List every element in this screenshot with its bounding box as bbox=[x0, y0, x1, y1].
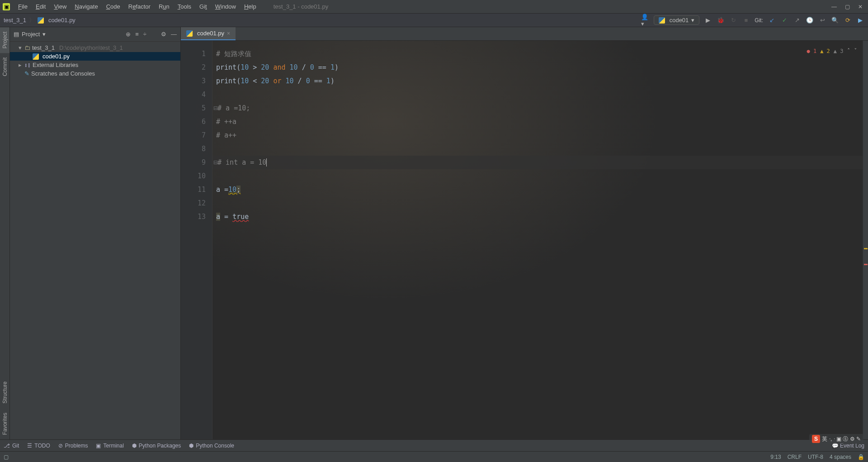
chevron-up-icon[interactable]: ˆ bbox=[847, 44, 850, 58]
inspection-widget[interactable]: ● 1 ▲ 2 ▲ 3 ˆ ˇ bbox=[807, 44, 857, 58]
code-line[interactable]: a = true bbox=[212, 210, 863, 224]
tool-window-quick-icon[interactable]: ▢ bbox=[4, 454, 9, 460]
menu-edit[interactable]: Edit bbox=[32, 1, 49, 12]
tool-tab-structure[interactable]: Structure bbox=[0, 377, 9, 408]
tree-row[interactable]: ▸⫾⫿External Libraries bbox=[10, 61, 180, 69]
bottom-tool-problems[interactable]: ⊘Problems bbox=[58, 443, 88, 449]
code-line[interactable]: # a++ bbox=[212, 129, 863, 142]
coverage-icon[interactable]: ↻ bbox=[729, 16, 737, 24]
tree-row[interactable]: ✎Scratches and Consoles bbox=[10, 69, 180, 78]
project-tree[interactable]: ▾🗀test_3_1D:\code\python\test_3_1code01.… bbox=[10, 42, 180, 80]
error-indicator[interactable]: ● 1 bbox=[807, 44, 816, 58]
bottom-tool-todo[interactable]: ☰TODO bbox=[27, 443, 50, 449]
git-update-icon[interactable]: ↙ bbox=[768, 16, 776, 24]
code-line[interactable] bbox=[212, 169, 863, 183]
code-line[interactable] bbox=[212, 142, 863, 156]
caret-position[interactable]: 9:13 bbox=[770, 454, 781, 460]
tree-chevron[interactable]: ▸ bbox=[17, 62, 23, 68]
git-commit-icon[interactable]: ✓ bbox=[780, 16, 788, 24]
editor-tab[interactable]: code01.py × bbox=[181, 27, 236, 40]
tool-tab-commit[interactable]: Commit bbox=[0, 53, 9, 81]
editor-stripe[interactable] bbox=[863, 41, 868, 439]
menu-run[interactable]: Run bbox=[155, 1, 173, 12]
git-push-icon[interactable]: ↗ bbox=[793, 16, 801, 24]
fold-icon[interactable]: ⊟ bbox=[213, 104, 217, 112]
add-user-icon[interactable]: 👤▾ bbox=[641, 16, 649, 24]
close-tab-icon[interactable]: × bbox=[227, 30, 230, 37]
locate-icon[interactable]: ⊕ bbox=[126, 31, 131, 38]
error-mark[interactable] bbox=[864, 264, 868, 265]
line-separator[interactable]: CRLF bbox=[788, 454, 802, 460]
tree-chevron[interactable]: ▾ bbox=[17, 44, 23, 51]
indent-setting[interactable]: 4 spaces bbox=[830, 454, 851, 460]
bottom-tool-git[interactable]: ⎇Git bbox=[4, 443, 19, 449]
tree-label: test_3_1 bbox=[32, 44, 55, 51]
code-line[interactable]: ⊟# int a = 10 bbox=[212, 156, 863, 169]
tree-row[interactable]: ▾🗀test_3_1D:\code\python\test_3_1 bbox=[10, 43, 180, 52]
project-view-icon: ▤ bbox=[14, 31, 19, 38]
python-file-icon bbox=[659, 17, 665, 24]
menu-navigate[interactable]: Navigate bbox=[71, 1, 101, 12]
code-line[interactable] bbox=[212, 88, 863, 101]
maximize-icon[interactable]: ▢ bbox=[845, 4, 850, 10]
close-icon[interactable]: ✕ bbox=[858, 4, 863, 10]
status-bar: ▢ 9:13 CRLF UTF-8 4 spaces 🔒 bbox=[0, 451, 868, 462]
run-config-select[interactable]: code01 ▾ bbox=[654, 15, 700, 25]
chevron-down-icon[interactable]: ▾ bbox=[42, 31, 46, 38]
gear-icon[interactable]: ⚙ bbox=[161, 31, 166, 38]
tool-tab-project[interactable]: Project bbox=[0, 27, 9, 53]
code-line[interactable]: ⊟# a =10; bbox=[212, 101, 863, 115]
git-history-icon[interactable]: 🕓 bbox=[806, 16, 814, 24]
menu-window[interactable]: Window bbox=[212, 1, 240, 12]
line-gutter[interactable]: 12345678910111213 bbox=[181, 41, 212, 439]
code-line[interactable]: print(10 < 20 or 10 / 0 == 1) bbox=[212, 74, 863, 88]
minimize-icon[interactable]: — bbox=[831, 4, 837, 10]
code-line[interactable]: print(10 > 20 and 10 / 0 == 1) bbox=[212, 61, 863, 74]
code-line[interactable]: # 短路求值 bbox=[212, 47, 863, 61]
tree-label: External Libraries bbox=[33, 62, 78, 68]
menu-refactor[interactable]: Refactor bbox=[125, 1, 154, 12]
file-encoding[interactable]: UTF-8 bbox=[808, 454, 823, 460]
tree-row[interactable]: code01.py bbox=[10, 52, 180, 61]
code-line[interactable]: # ++a bbox=[212, 115, 863, 129]
menu-file[interactable]: File bbox=[14, 1, 31, 12]
bottom-tool-python-console[interactable]: ⬢Python Console bbox=[189, 443, 234, 449]
tool-tab-favorites[interactable]: Favorites bbox=[0, 408, 9, 439]
breadcrumb-project[interactable]: test_3_1 bbox=[4, 17, 26, 24]
chevron-down-icon[interactable]: ˇ bbox=[854, 44, 857, 58]
menu-code[interactable]: Code bbox=[103, 1, 124, 12]
search-icon[interactable]: 🔍 bbox=[831, 16, 839, 24]
run-icon[interactable]: ▶ bbox=[704, 16, 712, 24]
collapse-all-icon[interactable]: ÷ bbox=[143, 31, 146, 38]
code-content[interactable]: ● 1 ▲ 2 ▲ 3 ˆ ˇ # 短路求值print(10 > 20 and … bbox=[212, 41, 863, 439]
warning-indicator[interactable]: ▲ 2 bbox=[820, 44, 830, 58]
bottom-tool-python-packages[interactable]: ⬢Python Packages bbox=[132, 443, 181, 449]
python-file-icon bbox=[38, 17, 44, 24]
tool-icon: ⊘ bbox=[58, 443, 63, 449]
bottom-tool-terminal[interactable]: ▣Terminal bbox=[96, 443, 123, 449]
hide-icon[interactable]: — bbox=[171, 31, 177, 38]
editor-tab-label: code01.py bbox=[197, 30, 224, 37]
codewithme-icon[interactable]: ▶ bbox=[856, 16, 864, 24]
weak-warning-indicator[interactable]: ▲ 3 bbox=[834, 44, 844, 58]
debug-icon[interactable]: 🐞 bbox=[717, 16, 725, 24]
window-title: test_3_1 - code01.py bbox=[260, 3, 831, 10]
tool-icon: ⬢ bbox=[132, 443, 137, 449]
editor[interactable]: 12345678910111213 ● 1 ▲ 2 ▲ 3 ˆ ˇ # 短路求值… bbox=[181, 41, 868, 439]
code-line[interactable]: a =10; bbox=[212, 183, 863, 196]
rollback-icon[interactable]: ↩ bbox=[818, 16, 826, 24]
menu-view[interactable]: View bbox=[50, 1, 70, 12]
menu-tools[interactable]: Tools bbox=[174, 1, 195, 12]
menu-help[interactable]: Help bbox=[241, 1, 260, 12]
sidebar-title[interactable]: Project bbox=[22, 31, 40, 38]
code-line[interactable] bbox=[212, 196, 863, 210]
fold-icon[interactable]: ⊟ bbox=[213, 158, 217, 167]
lock-icon[interactable]: 🔒 bbox=[858, 454, 864, 460]
tool-icon: ☰ bbox=[27, 443, 32, 449]
breadcrumb-file[interactable]: code01.py bbox=[48, 17, 75, 24]
expand-all-icon[interactable]: ≡ bbox=[135, 31, 139, 38]
stop-icon[interactable]: ■ bbox=[742, 16, 750, 24]
warning-mark[interactable] bbox=[864, 248, 868, 249]
ide-update-icon[interactable]: ⟳ bbox=[844, 16, 852, 24]
menu-git[interactable]: Git bbox=[196, 1, 211, 12]
